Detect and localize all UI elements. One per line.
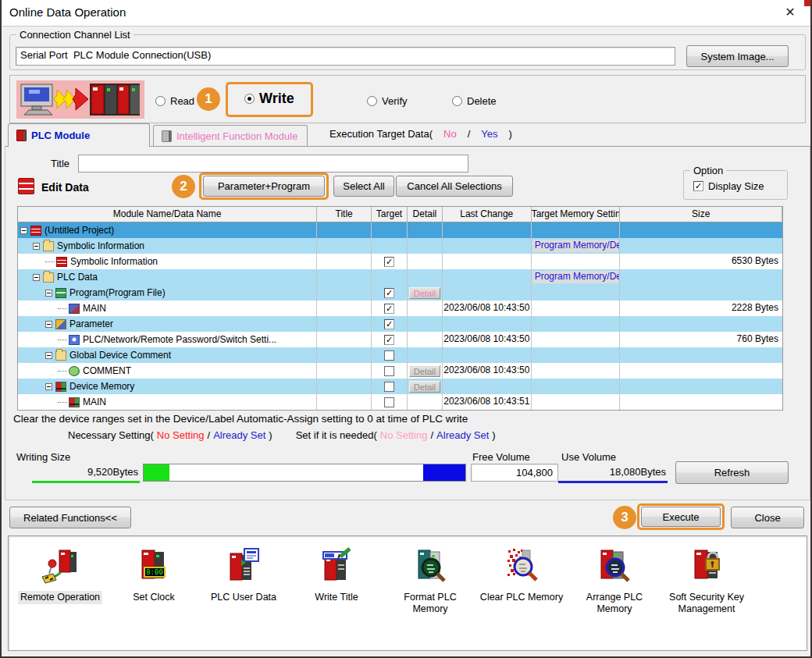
title-field-input[interactable]: [78, 155, 468, 173]
row-label: PLC Data: [57, 270, 98, 285]
title-cell: [317, 222, 372, 238]
refresh-button[interactable]: Refresh: [675, 461, 789, 484]
target-checkbox[interactable]: [384, 382, 394, 392]
title-bar: Online Data Operation ✕: [2, 0, 810, 27]
toolbar-item-write-title[interactable]: Write Title: [291, 547, 382, 604]
size-cell: [620, 379, 782, 394]
target-checkbox[interactable]: ✓: [384, 288, 394, 298]
project-icon: [30, 226, 41, 236]
target-checkbox[interactable]: [384, 397, 394, 407]
cancel-all-selections-button[interactable]: Cancel All Selections: [396, 176, 513, 197]
display-size-checkbox[interactable]: ✓: [693, 181, 703, 191]
step-badge-1: 1: [197, 87, 220, 111]
execute-button[interactable]: Execute: [641, 507, 721, 527]
detail-button[interactable]: Detail: [409, 365, 440, 377]
toolbar-label: PLC User Data: [208, 591, 279, 604]
last-change-cell: [443, 285, 532, 301]
execution-target-no[interactable]: No: [443, 128, 457, 140]
target-checkbox[interactable]: ✓: [384, 319, 394, 329]
toolbar-item-clear-plc-memory[interactable]: Clear PLC Memory: [476, 547, 567, 604]
table-row[interactable]: Program(Program File)✓Detail: [18, 285, 782, 301]
detail-button[interactable]: Detail: [409, 287, 440, 299]
col-last-change: Last Change: [443, 207, 532, 222]
col-title: Title: [317, 207, 372, 222]
table-row[interactable]: PLC DataProgram Memory/De...: [18, 269, 782, 285]
toolbar-item-arrange-plc-memory[interactable]: Arrange PLC Memory: [569, 547, 660, 616]
target-checkbox[interactable]: [384, 350, 394, 361]
target-memory-setting-button[interactable]: Program Memory/De...: [532, 271, 619, 283]
plc-user-data-icon: [224, 547, 263, 586]
size-cell: [620, 285, 782, 301]
radio-verify[interactable]: Verify: [367, 93, 408, 108]
radio-delete-label: Delete: [467, 95, 497, 107]
collapse-expander-icon[interactable]: [45, 352, 52, 359]
collapse-expander-icon[interactable]: [45, 290, 52, 297]
option-group-label: Option: [690, 165, 726, 176]
table-row[interactable]: Global Device Comment: [18, 347, 782, 363]
toolbar-item-set-clock[interactable]: 8:00 Set Clock: [109, 547, 199, 604]
writing-size-label: Writing Size: [16, 451, 70, 463]
radio-read[interactable]: Read: [155, 93, 194, 108]
row-label: Global Device Comment: [69, 348, 171, 363]
related-functions-button[interactable]: Related Functions<<: [9, 507, 131, 528]
select-all-button[interactable]: Select All: [333, 176, 394, 197]
tab-plc-module-label: PLC Module: [31, 130, 90, 141]
collapse-expander-icon[interactable]: [20, 227, 27, 234]
operation-panel: Read Write Verify Delete: [9, 75, 806, 123]
size-cell: [620, 363, 782, 379]
display-size-option[interactable]: ✓ Display Size: [693, 180, 764, 192]
table-row[interactable]: PLC/Network/Remote Password/Switch Setti…: [18, 332, 782, 347]
target-checkbox[interactable]: ✓: [384, 304, 394, 314]
free-volume-value: 104,800: [471, 464, 558, 482]
close-button[interactable]: Close: [731, 507, 804, 528]
table-row[interactable]: Symbolic Information✓6530 Bytes: [18, 254, 782, 269]
writing-size-underline: [32, 481, 140, 483]
table-row[interactable]: MAIN✓2023/06/08 10:43:502228 Bytes: [18, 301, 782, 316]
target-cell: [372, 222, 408, 238]
table-row[interactable]: Device MemoryDetail: [18, 379, 782, 394]
row-label: Device Memory: [69, 379, 134, 394]
last-change-cell: [443, 347, 532, 363]
collapse-expander-icon[interactable]: [45, 383, 52, 390]
detail-button[interactable]: Detail: [409, 381, 440, 393]
target-checkbox[interactable]: ✓: [384, 257, 394, 267]
table-row[interactable]: Symbolic InformationProgram Memory/De...: [18, 238, 782, 254]
parameter-program-button[interactable]: Parameter+Program: [203, 176, 325, 197]
target-checkbox[interactable]: [384, 366, 394, 376]
row-label: MAIN: [83, 301, 106, 316]
row-label: (Untitled Project): [45, 223, 114, 238]
execution-target-yes[interactable]: Yes: [481, 128, 497, 140]
data-table: Module Name/Data Name Title Target Detai…: [17, 206, 783, 411]
collapse-expander-icon[interactable]: [33, 243, 40, 250]
system-image-button[interactable]: System Image...: [686, 45, 789, 67]
table-row[interactable]: MAIN2023/06/08 10:43:51: [18, 394, 782, 410]
tab-plc-module[interactable]: PLC Module: [8, 123, 150, 147]
target-memory-cell: [532, 347, 621, 363]
edit-data-icon: [18, 178, 34, 194]
close-icon[interactable]: ✕: [781, 5, 800, 20]
title-cell: [317, 269, 372, 285]
annotation-box-write: [226, 82, 313, 117]
clear-plc-memory-icon: [502, 547, 541, 586]
use-volume-value: 18,080Bytes: [557, 466, 666, 478]
radio-delete[interactable]: Delete: [452, 93, 497, 108]
last-change-cell: [443, 269, 532, 285]
table-row[interactable]: Parameter✓: [18, 316, 782, 332]
toolbar-item-plc-user-data[interactable]: PLC User Data: [198, 547, 289, 604]
toolbar-item-format-plc-memory[interactable]: Format PLC Memory: [385, 547, 475, 616]
target-checkbox[interactable]: ✓: [384, 335, 394, 345]
table-row[interactable]: COMMENTDetail2023/06/08 10:43:50: [18, 363, 782, 379]
row-label: Program(Program File): [69, 286, 166, 301]
symbolic-icon: [56, 257, 67, 267]
toolbar-item-soft-security-key[interactable]: Soft Security Key Management: [661, 547, 752, 616]
needed-already-set: Already Set: [436, 429, 489, 441]
target-memory-setting-button[interactable]: Program Memory/De...: [532, 240, 619, 252]
collapse-expander-icon[interactable]: [33, 274, 40, 281]
toolbar-item-remote-operation[interactable]: Remote Operation: [15, 547, 105, 604]
table-row[interactable]: (Untitled Project): [18, 222, 782, 238]
collapse-expander-icon[interactable]: [45, 321, 52, 328]
tab-intelligent-function-module[interactable]: Intelligent Function Module: [153, 125, 308, 147]
module-name-cell: Symbolic Information: [18, 238, 317, 254]
target-memory-cell: [532, 379, 621, 394]
title-cell: [317, 347, 372, 363]
